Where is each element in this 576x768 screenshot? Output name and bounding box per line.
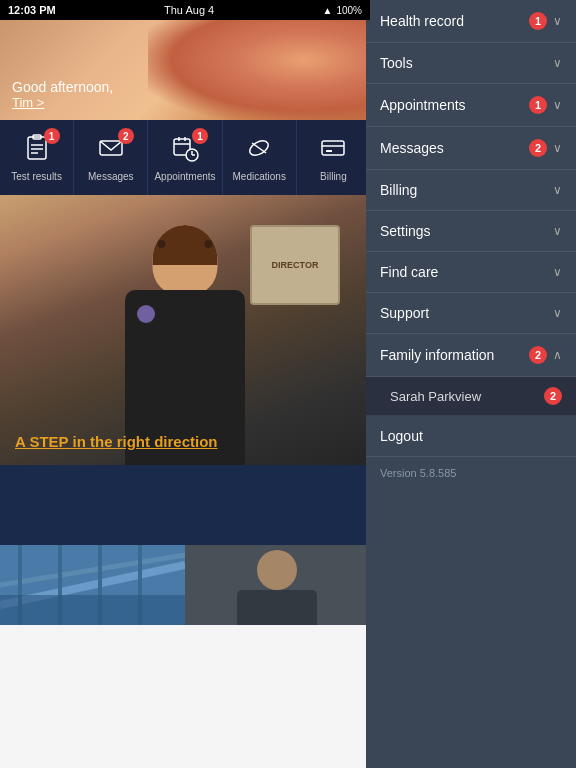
sidebar-item-health-record-left: Health record (380, 13, 464, 29)
sidebar-item-logout[interactable]: Logout (366, 416, 576, 457)
greeting-text: Good afternoon, (12, 79, 113, 95)
family-information-arrow: ∧ (553, 348, 562, 362)
messages-badge: 2 (118, 128, 134, 144)
appointments-sidebar-arrow: ∨ (553, 98, 562, 112)
medications-icon-wrapper (244, 133, 274, 167)
svg-rect-25 (0, 595, 185, 625)
messages-icon-wrapper: 2 (96, 133, 126, 167)
billing-sidebar-label: Billing (380, 182, 417, 198)
status-time: 12:03 PM (8, 4, 56, 16)
support-arrow: ∨ (553, 306, 562, 320)
sidebar-item-messages[interactable]: Messages 2 ∨ (366, 127, 576, 170)
family-information-badge: 2 (529, 346, 547, 364)
main-photo: DIRECTOR A STEP in the right direction (0, 195, 370, 465)
hero-area: Good afternoon, Tim > (0, 20, 370, 120)
sidebar: Health record 1 ∨ Tools ∨ Appointments 1… (366, 0, 576, 768)
billing-icon (318, 133, 348, 163)
nav-icons-row: 1 Test results 2 Messages (0, 120, 370, 195)
messages-sidebar-badge: 2 (529, 139, 547, 157)
wifi-icon: ▲ (323, 5, 333, 16)
appointments-label: Appointments (154, 171, 215, 182)
sidebar-item-family-information[interactable]: Family information 2 ∧ (366, 334, 576, 377)
person-svg (185, 545, 370, 625)
messages-sidebar-arrow: ∨ (553, 141, 562, 155)
status-date: Thu Aug 4 (164, 4, 214, 16)
sarah-parkview-badge: 2 (544, 387, 562, 405)
billing-sidebar-arrow: ∨ (553, 183, 562, 197)
appointments-sidebar-label: Appointments (380, 97, 466, 113)
sidebar-item-settings[interactable]: Settings ∨ (366, 211, 576, 252)
logout-label: Logout (380, 428, 423, 444)
test-results-label: Test results (11, 171, 62, 182)
appointments-badge: 1 (192, 128, 208, 144)
person-thumbnail-image (185, 545, 370, 625)
appointments-icon-wrapper: 1 (170, 133, 200, 167)
status-icons: ▲ 100% (323, 5, 362, 16)
status-bar: 12:03 PM Thu Aug 4 ▲ 100% (0, 0, 370, 20)
nav-messages[interactable]: 2 Messages (74, 120, 148, 195)
messages-sidebar-label: Messages (380, 140, 444, 156)
family-information-label: Family information (380, 347, 494, 363)
sidebar-item-support[interactable]: Support ∨ (366, 293, 576, 334)
hero-background (148, 20, 370, 120)
steel-structure-image (0, 545, 185, 625)
messages-label: Messages (88, 171, 134, 182)
user-name-link[interactable]: Tim > (12, 95, 113, 110)
health-record-label: Health record (380, 13, 464, 29)
tools-arrow: ∨ (553, 56, 562, 70)
test-results-badge: 1 (44, 128, 60, 144)
svg-line-14 (252, 143, 266, 153)
nav-medications[interactable]: Medications (223, 120, 297, 195)
svg-rect-15 (322, 141, 344, 155)
battery-text: 100% (336, 5, 362, 16)
sidebar-item-tools[interactable]: Tools ∨ (366, 43, 576, 84)
sidebar-item-find-care[interactable]: Find care ∨ (366, 252, 576, 293)
appointments-sidebar-badge: 1 (529, 96, 547, 114)
thumbnails-row (0, 545, 370, 625)
nav-appointments[interactable]: 1 Appointments (148, 120, 222, 195)
svg-rect-17 (326, 150, 332, 152)
nav-test-results[interactable]: 1 Test results (0, 120, 74, 195)
settings-arrow: ∨ (553, 224, 562, 238)
photo-caption[interactable]: A STEP in the right direction (15, 433, 218, 450)
hero-greeting: Good afternoon, Tim > (12, 79, 113, 110)
find-care-label: Find care (380, 264, 438, 280)
steel-svg (0, 545, 185, 625)
svg-rect-29 (185, 545, 370, 625)
svg-rect-0 (28, 137, 46, 159)
sidebar-sub-sarah-parkview[interactable]: Sarah Parkview 2 (366, 377, 576, 416)
support-label: Support (380, 305, 429, 321)
thumbnail-1[interactable] (0, 545, 185, 625)
health-record-arrow: ∨ (553, 14, 562, 28)
version-text: Version 5.8.585 (366, 457, 576, 489)
tools-label: Tools (380, 55, 413, 71)
sidebar-item-appointments[interactable]: Appointments 1 ∨ (366, 84, 576, 127)
health-record-badge: 1 (529, 12, 547, 30)
sarah-parkview-label: Sarah Parkview (390, 389, 481, 404)
blue-section (0, 465, 370, 545)
settings-label: Settings (380, 223, 431, 239)
nav-billing[interactable]: Billing (297, 120, 370, 195)
find-care-arrow: ∨ (553, 265, 562, 279)
billing-label: Billing (320, 171, 347, 182)
thumbnail-2[interactable] (185, 545, 370, 625)
test-results-icon-wrapper: 1 (22, 133, 52, 167)
pill-icon (244, 133, 274, 163)
billing-icon-wrapper (318, 133, 348, 167)
main-content: 12:03 PM Thu Aug 4 ▲ 100% Good afternoon… (0, 0, 370, 768)
sidebar-item-health-record[interactable]: Health record 1 ∨ (366, 0, 576, 43)
medications-label: Medications (233, 171, 286, 182)
sidebar-item-billing[interactable]: Billing ∨ (366, 170, 576, 211)
